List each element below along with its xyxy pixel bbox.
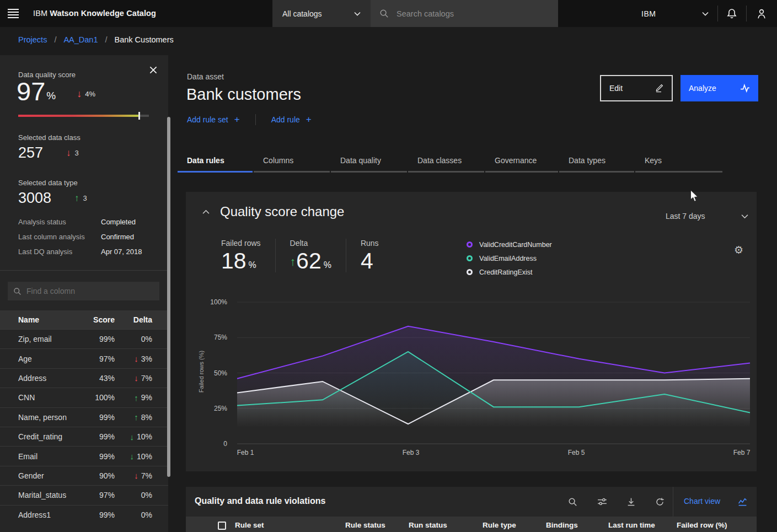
column-name: Zip, email (0, 335, 77, 343)
search-icon (379, 9, 389, 18)
table-row[interactable]: Credit_rating99%↓10% (0, 427, 168, 446)
tab-governance[interactable]: Governance (485, 152, 558, 173)
column-name: Age (0, 354, 77, 363)
column-score: 99% (77, 510, 115, 519)
arrow-down-icon: ↓ (130, 452, 134, 461)
table-row[interactable]: Zip, email99%0% (0, 329, 168, 348)
user-menu-button[interactable] (747, 0, 776, 27)
chart-view-link[interactable]: Chart view (684, 497, 720, 506)
select-all-checkbox[interactable] (218, 522, 226, 530)
tab-label: Governance (495, 156, 537, 165)
column-score: 99% (77, 452, 115, 461)
table-row[interactable]: Email99%↓10% (0, 446, 168, 465)
analysis-status-list: Analysis statusCompletedLast column anal… (18, 218, 151, 262)
bell-icon (726, 8, 737, 19)
violations-title: Quality and data rule violations (195, 496, 325, 506)
search-button[interactable] (566, 496, 578, 508)
status-row: Analysis statusCompleted (18, 218, 151, 226)
search-input[interactable] (396, 9, 529, 18)
column-score: 43% (77, 374, 115, 383)
tab-data-classes[interactable]: Data classes (408, 152, 484, 173)
table-row[interactable]: Address43%↓7% (0, 368, 168, 388)
settings-adjust-icon (597, 497, 607, 507)
table-row[interactable]: Marital_status97%0% (0, 485, 168, 504)
status-label: Analysis status (18, 218, 101, 226)
table-row[interactable]: Age97%↓3% (0, 348, 168, 368)
chevron-down-icon (354, 12, 361, 16)
violations-column-header: Rule set (235, 521, 264, 529)
delta-value: 7% (141, 471, 152, 480)
tab-underline (485, 171, 558, 173)
violations-column-header: Rule type (483, 521, 516, 529)
column-score: 99% (77, 335, 115, 343)
find-column-input[interactable] (26, 287, 142, 295)
tab-label: Data classes (417, 156, 462, 165)
table-row[interactable]: Address199%0% (0, 505, 168, 524)
column-score: 99% (77, 432, 115, 441)
violations-card: Quality and data rule violations Chart v… (186, 487, 757, 532)
download-button[interactable] (625, 496, 637, 508)
app-window: IBM Watson Knowledge Catalog All catalog… (0, 0, 777, 532)
y-tick-label: 100% (204, 298, 227, 306)
sidebar-scrollbar[interactable] (167, 117, 170, 477)
tab-data-types[interactable]: Data types (559, 152, 634, 173)
tab-keys[interactable]: Keys (635, 152, 722, 173)
catalog-search (371, 0, 558, 27)
arrow-down-icon: ↓ (134, 354, 138, 363)
plus-icon: + (306, 114, 312, 125)
delta-value: 10% (137, 432, 152, 441)
status-label: Last DQ analysis (18, 248, 101, 256)
delta-value: 7% (141, 374, 152, 383)
table-row[interactable]: Name, person99%↑8% (0, 407, 168, 427)
arrow-down-icon: ↓ (134, 373, 138, 383)
tab-underline (635, 171, 722, 173)
arrow-up-icon: ↑ (134, 412, 138, 422)
x-tick-label: Feb 7 (722, 449, 761, 456)
pencil-icon (655, 84, 663, 93)
column-score: 97% (77, 491, 115, 499)
column-delta: ↓7% (115, 471, 158, 480)
tab-label: Keys (645, 156, 662, 165)
divider (673, 487, 673, 517)
download-icon (626, 497, 636, 507)
breadcrumb-item[interactable]: Projects (18, 35, 47, 44)
catalogs-dropdown[interactable]: All catalogs (272, 0, 371, 27)
chart-view-button[interactable] (736, 496, 748, 508)
tab-data-quality[interactable]: Data quality (331, 152, 407, 173)
violations-column-header: Bindings (546, 521, 578, 529)
close-icon[interactable] (148, 65, 158, 75)
column-header: Score (77, 315, 115, 324)
account-dropdown[interactable]: IBM (633, 0, 717, 27)
violations-table-header: Rule setRule statusRun statusRule typeBi… (186, 517, 757, 532)
y-tick-label: 75% (204, 334, 227, 341)
columns-table-header: NameScoreDelta (0, 310, 168, 329)
tab-label: Data rules (187, 156, 224, 165)
breadcrumb: Projects/AA_Dan1/Bank Customers (18, 35, 174, 44)
menu-icon[interactable] (7, 7, 20, 19)
tab-underline (178, 171, 253, 173)
find-column-field (8, 282, 159, 300)
status-label: Last column analysis (18, 233, 101, 241)
activity-icon (740, 83, 750, 93)
filter-button[interactable] (596, 496, 608, 508)
analyze-button[interactable]: Analyze (680, 75, 758, 101)
add-rule-link[interactable]: Add rule+ (271, 114, 312, 125)
columns-table: NameScoreDeltaZip, email99%0%Age97%↓3%Ad… (0, 310, 168, 524)
arrow-up-icon: ↑ (134, 393, 138, 402)
tab-columns[interactable]: Columns (254, 152, 330, 173)
table-row[interactable]: Gender90%↓7% (0, 466, 168, 485)
divider (255, 114, 256, 125)
notifications-button[interactable] (717, 0, 746, 27)
refresh-icon (655, 497, 665, 507)
refresh-button[interactable] (653, 496, 666, 508)
add-rule-set-link[interactable]: Add rule set+ (187, 114, 240, 125)
arrow-down-icon: ↓ (77, 88, 82, 100)
status-value: Apr 07, 2018 (101, 248, 142, 256)
edit-button[interactable]: Edit (600, 75, 673, 101)
page-title: Bank customers (186, 85, 301, 104)
tab-data-rules[interactable]: Data rules (178, 152, 253, 173)
table-row[interactable]: CNN100%↑9% (0, 388, 168, 407)
column-delta: ↑8% (115, 412, 158, 422)
tab-underline (331, 171, 407, 173)
breadcrumb-item[interactable]: AA_Dan1 (63, 35, 98, 44)
